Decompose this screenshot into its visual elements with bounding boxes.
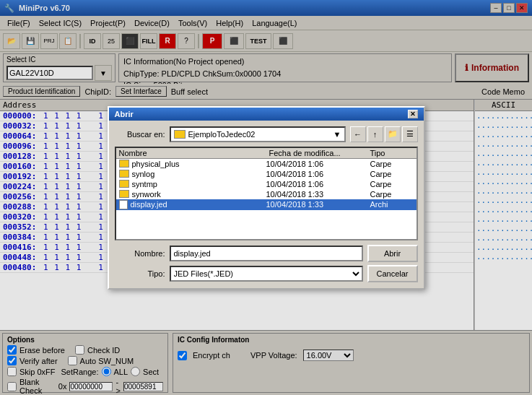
file-type: Carpe — [370, 190, 414, 199]
buscar-en-label: Buscar en: — [115, 130, 165, 139]
dialog-close-button[interactable]: ✕ — [408, 110, 418, 118]
file-name: synlog — [132, 170, 263, 178]
file-name: synwork — [132, 190, 263, 199]
buscar-en-row: Buscar en: EjemploToJedec02 ▼ ← ↑ 📁 ☰ — [115, 126, 418, 142]
nombre-row: Nombre: Abrir — [115, 245, 418, 262]
file-name: syntmp — [132, 180, 263, 188]
nav-view[interactable]: ☰ — [402, 126, 418, 142]
file-date: 10/04/2018 1:33 — [266, 190, 367, 199]
folder-icon — [119, 170, 129, 178]
nav-new-folder[interactable]: 📁 — [385, 126, 401, 142]
file-list-header: Nombre Fecha de modifica... Tipo — [116, 148, 417, 159]
nombre-label: Nombre: — [115, 249, 165, 258]
tipo-label: Tipo: — [115, 269, 165, 278]
nombre-input[interactable] — [170, 246, 363, 261]
file-name: display.jed — [131, 200, 263, 209]
nav-buttons: ← ↑ 📁 ☰ — [350, 126, 418, 142]
dialog-title-text: Abrir — [115, 110, 134, 118]
dialog-body: Buscar en: EjemploToJedec02 ▼ ← ↑ 📁 ☰ No… — [109, 121, 424, 288]
nav-back[interactable]: ← — [350, 126, 366, 142]
dialog-title-bar: Abrir ✕ — [109, 108, 424, 121]
dropdown-arrow: ▼ — [333, 130, 341, 139]
folder-icon — [174, 130, 186, 139]
open-file-dialog: Abrir ✕ Buscar en: EjemploToJedec02 ▼ ← … — [108, 106, 425, 290]
list-item[interactable]: synwork10/04/2018 1:33Carpe — [116, 189, 417, 199]
file-date: 10/04/2018 1:33 — [266, 200, 367, 209]
col-nombre: Nombre — [119, 149, 269, 157]
file-date: 10/04/2018 1:06 — [266, 180, 367, 188]
list-item[interactable]: display.jed10/04/2018 1:33Archi — [116, 199, 417, 210]
folder-icon — [119, 190, 129, 198]
doc-icon — [119, 200, 128, 209]
col-fecha: Fecha de modifica... — [269, 149, 370, 157]
list-item[interactable]: physical_plus10/04/2018 1:06Carpe — [116, 159, 417, 169]
dialog-overlay: Abrir ✕ Buscar en: EjemploToJedec02 ▼ ← … — [0, 0, 532, 395]
list-item[interactable]: syntmp10/04/2018 1:06Carpe — [116, 179, 417, 189]
file-date: 10/04/2018 1:06 — [266, 160, 367, 168]
file-name: physical_plus — [132, 160, 263, 168]
file-type: Carpe — [370, 170, 414, 178]
file-type: Archi — [370, 200, 414, 209]
folder-icon — [119, 160, 129, 168]
file-date: 10/04/2018 1:06 — [266, 170, 367, 178]
file-list: Nombre Fecha de modifica... Tipo physica… — [115, 147, 418, 240]
nav-up[interactable]: ↑ — [367, 126, 383, 142]
tipo-row: Tipo: JED Files(*.JED) Cancelar — [115, 265, 418, 282]
current-folder-box: EjemploToJedec02 ▼ — [170, 126, 346, 142]
folder-icon — [119, 180, 129, 188]
tipo-select[interactable]: JED Files(*.JED) — [170, 266, 363, 282]
file-type: Carpe — [370, 180, 414, 188]
col-tipo: Tipo — [370, 149, 414, 157]
cancel-button[interactable]: Cancelar — [367, 265, 418, 282]
file-items-container: physical_plus10/04/2018 1:06Carpesynlog1… — [116, 159, 417, 210]
open-button[interactable]: Abrir — [367, 245, 418, 262]
file-type: Carpe — [370, 160, 414, 168]
list-item[interactable]: synlog10/04/2018 1:06Carpe — [116, 169, 417, 179]
current-folder-text: EjemploToJedec02 — [188, 130, 256, 139]
